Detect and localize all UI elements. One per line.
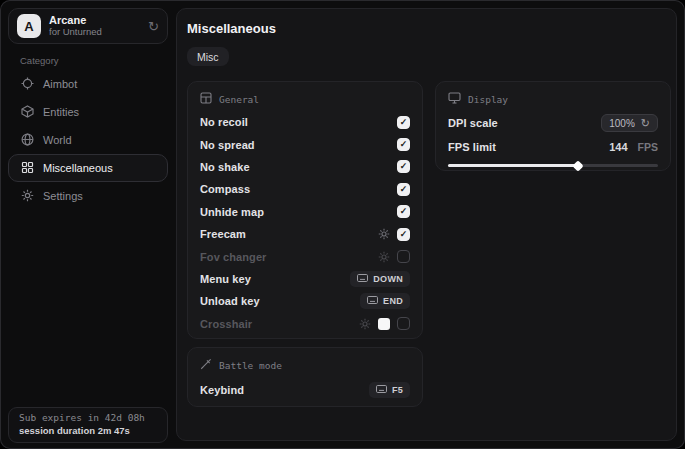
- row-unhide-map: Unhide map ✓: [200, 201, 410, 223]
- battle-mode-header: Battle mode: [200, 357, 410, 373]
- sidebar-nav: Aimbot Entities World: [8, 70, 168, 210]
- row-label: DPI scale: [448, 117, 498, 129]
- row-label: Menu key: [200, 273, 251, 285]
- row-label: No recoil: [200, 116, 248, 128]
- general-header: General: [200, 91, 410, 107]
- app-name: Arcane: [49, 14, 140, 26]
- no-shake-checkbox[interactable]: ✓: [397, 160, 410, 173]
- freecam-settings-gear-icon[interactable]: [378, 228, 390, 240]
- main-panel: Miscellaneous Misc General No recoil ✓ N…: [176, 8, 677, 441]
- globe-icon: [21, 133, 34, 148]
- row-label: Compass: [200, 183, 250, 195]
- no-recoil-checkbox[interactable]: ✓: [397, 116, 410, 129]
- row-unload-key: Unload key END: [200, 290, 410, 312]
- session-duration-text: session duration 2m 47s: [19, 425, 157, 436]
- sub-expires-text: Sub expires in 42d 08h: [19, 412, 157, 423]
- slider-thumb[interactable]: [573, 160, 584, 171]
- app-logo: A: [17, 14, 41, 38]
- entities-icon: [21, 105, 34, 120]
- grid-icon: [21, 161, 34, 176]
- sidebar-item-miscellaneous[interactable]: Miscellaneous: [8, 154, 168, 182]
- check-icon: ✓: [400, 230, 408, 239]
- sidebar-item-label: Miscellaneous: [43, 162, 113, 174]
- fps-limit-value: 144: [609, 141, 627, 153]
- crosshair-checkbox[interactable]: ✓: [397, 317, 410, 330]
- row-label: Keybind: [200, 384, 244, 396]
- sidebar-item-settings[interactable]: Settings: [8, 182, 168, 210]
- row-no-shake: No shake ✓: [200, 156, 410, 178]
- sidebar-item-label: Settings: [43, 190, 83, 202]
- unhide-map-checkbox[interactable]: ✓: [397, 205, 410, 218]
- battle-mode-title: Battle mode: [219, 360, 282, 371]
- brand-card: A Arcane for Unturned ↻: [8, 8, 168, 44]
- monitor-icon: [448, 92, 461, 106]
- crosshair-settings-gear-icon[interactable]: [359, 318, 371, 330]
- reset-icon[interactable]: ↻: [641, 118, 650, 129]
- display-section: Display DPI scale 100% ↻ FPS limit 144FP…: [435, 81, 671, 171]
- sidebar-item-entities[interactable]: Entities: [8, 98, 168, 126]
- dpi-scale-input[interactable]: 100% ↻: [601, 114, 658, 132]
- check-icon: ✓: [400, 207, 408, 216]
- check-icon: ✓: [400, 185, 408, 194]
- sidebar-item-label: World: [43, 134, 72, 146]
- row-compass: Compass ✓: [200, 178, 410, 200]
- row-menu-key: Menu key DOWN: [200, 268, 410, 290]
- slider-fill: [448, 164, 578, 167]
- keyboard-icon: [367, 296, 378, 306]
- app-window: A Arcane for Unturned ↻ Category Aimbot: [0, 0, 685, 449]
- key-label: DOWN: [373, 274, 403, 284]
- display-title: Display: [468, 94, 508, 105]
- crosshair-color-swatch[interactable]: [378, 318, 390, 330]
- sidebar-item-aimbot[interactable]: Aimbot: [8, 70, 168, 98]
- menu-key-binding[interactable]: DOWN: [350, 271, 410, 287]
- fov-changer-checkbox[interactable]: ✓: [397, 250, 410, 263]
- row-label: No shake: [200, 161, 250, 173]
- compass-checkbox[interactable]: ✓: [397, 183, 410, 196]
- sidebar-item-label: Entities: [43, 106, 79, 118]
- row-label: No spread: [200, 139, 255, 151]
- check-icon: ✓: [400, 118, 408, 127]
- row-label: FPS limit: [448, 141, 496, 153]
- row-label: Fov changer: [200, 251, 267, 263]
- row-label: Crosshair: [200, 318, 252, 330]
- row-label: Unload key: [200, 295, 260, 307]
- fps-limit-slider[interactable]: [448, 164, 658, 167]
- row-keybind: Keybind F5: [200, 379, 410, 401]
- row-fov-changer: Fov changer ✓: [200, 245, 410, 267]
- key-label: END: [383, 296, 403, 306]
- tab-misc[interactable]: Misc: [187, 47, 229, 66]
- general-section: General No recoil ✓ No spread ✓ No shake…: [187, 81, 423, 339]
- freecam-checkbox[interactable]: ✓: [397, 228, 410, 241]
- general-title: General: [219, 94, 259, 105]
- battle-keybind-binding[interactable]: F5: [369, 382, 410, 398]
- keyboard-icon: [357, 274, 368, 284]
- sidebar-item-world[interactable]: World: [8, 126, 168, 154]
- row-dpi-scale: DPI scale 100% ↻: [448, 111, 658, 135]
- fps-limit-unit: FPS: [638, 141, 658, 153]
- row-no-recoil: No recoil ✓: [200, 111, 410, 133]
- sidebar: A Arcane for Unturned ↻ Category Aimbot: [0, 0, 176, 449]
- battle-mode-section: Battle mode Keybind F5: [187, 347, 423, 407]
- key-label: F5: [392, 385, 403, 395]
- dpi-scale-value: 100%: [609, 118, 635, 129]
- brand-text: Arcane for Unturned: [49, 14, 140, 38]
- no-spread-checkbox[interactable]: ✓: [397, 138, 410, 151]
- sidebar-item-label: Aimbot: [43, 78, 77, 90]
- check-icon: ✓: [400, 140, 408, 149]
- page-title: Miscellaneous: [187, 21, 276, 36]
- app-subtitle: for Unturned: [49, 27, 140, 37]
- unload-key-binding[interactable]: END: [360, 293, 410, 309]
- row-label: Unhide map: [200, 206, 264, 218]
- check-icon: ✓: [400, 162, 408, 171]
- subscription-card: Sub expires in 42d 08h session duration …: [8, 407, 168, 443]
- row-no-spread: No spread ✓: [200, 133, 410, 155]
- fov-settings-gear-icon[interactable]: [378, 251, 390, 263]
- keyboard-icon: [376, 385, 387, 395]
- battle-mode-icon: [200, 358, 212, 372]
- refresh-icon[interactable]: ↻: [148, 19, 159, 34]
- gear-icon: [21, 189, 34, 204]
- display-header: Display: [448, 91, 658, 107]
- row-fps-limit: FPS limit 144FPS: [448, 137, 658, 157]
- row-crosshair: Crosshair ✓: [200, 313, 410, 335]
- row-freecam: Freecam ✓: [200, 223, 410, 245]
